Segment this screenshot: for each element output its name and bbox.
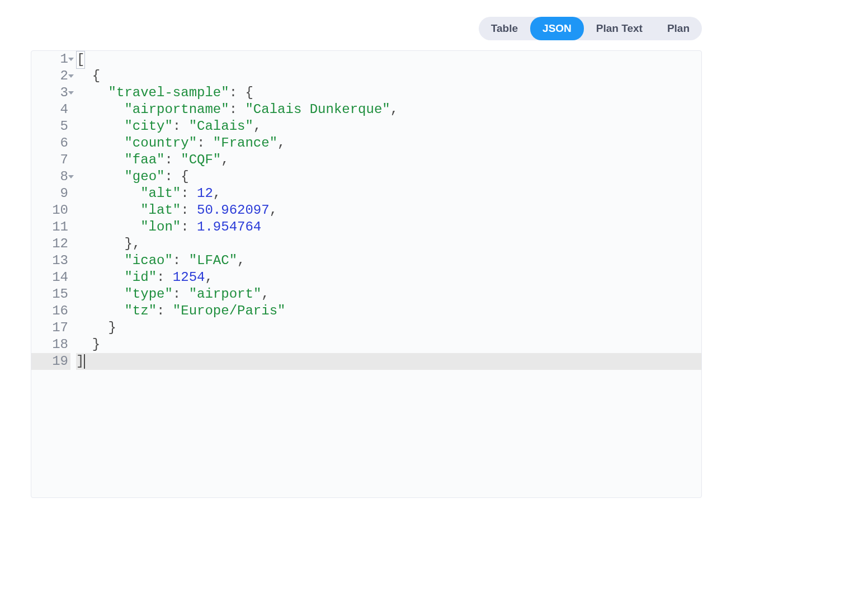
line-number: 1 xyxy=(31,51,70,68)
code-line[interactable]: } xyxy=(76,319,701,336)
token-punct: : xyxy=(164,152,181,167)
token-punct: : xyxy=(229,102,246,117)
token-punct: , xyxy=(261,286,269,302)
token-str: "France" xyxy=(213,135,277,151)
tab-plan[interactable]: Plan xyxy=(655,17,702,40)
code-line[interactable]: { xyxy=(76,68,701,84)
line-number: 12 xyxy=(31,236,70,252)
token-punct: : xyxy=(173,286,189,302)
token-key: "travel-sample" xyxy=(108,85,229,100)
line-number: 9 xyxy=(31,185,70,202)
token-key: "id" xyxy=(124,270,157,285)
token-key: "country" xyxy=(124,135,197,151)
line-number: 18 xyxy=(31,336,70,353)
token-punct: : xyxy=(197,135,213,151)
tab-group: Table JSON Plan Text Plan xyxy=(479,17,702,40)
token-num: 1254 xyxy=(173,270,205,285)
token-punct: , xyxy=(390,102,398,117)
token-punct: , xyxy=(213,186,221,201)
code-area[interactable]: [ { "travel-sample": { "airportname": "C… xyxy=(76,51,701,497)
code-line[interactable]: [ xyxy=(76,51,701,68)
token-num: 12 xyxy=(197,186,213,201)
token-punct: , xyxy=(237,253,245,268)
token-punct: : xyxy=(181,203,197,218)
token-punct: : xyxy=(181,186,197,201)
code-line[interactable]: "lat": 50.962097, xyxy=(76,202,701,219)
code-line[interactable]: "icao": "LFAC", xyxy=(76,252,701,269)
token-key: "tz" xyxy=(124,303,157,318)
token-punct: , xyxy=(205,270,213,285)
token-str: "airport" xyxy=(189,286,262,302)
token-punct: { xyxy=(245,85,253,100)
line-number: 5 xyxy=(31,118,70,135)
code-line[interactable]: "id": 1254, xyxy=(76,269,701,286)
line-number: 2 xyxy=(31,68,70,84)
line-number: 15 xyxy=(31,286,70,303)
view-tabs: Table JSON Plan Text Plan xyxy=(31,17,702,40)
tab-plan-text[interactable]: Plan Text xyxy=(584,17,655,40)
token-punct: : xyxy=(173,253,189,268)
token-str: "Calais Dunkerque" xyxy=(245,102,390,117)
line-number: 14 xyxy=(31,269,70,286)
token-punct: , xyxy=(253,119,261,134)
code-line[interactable]: "city": "Calais", xyxy=(76,118,701,135)
token-num: 50.962097 xyxy=(197,203,270,218)
token-key: "type" xyxy=(124,286,172,302)
token-key: "geo" xyxy=(124,169,164,184)
token-punct: : xyxy=(229,85,246,100)
code-line[interactable]: "country": "France", xyxy=(76,135,701,152)
token-str: "Europe/Paris" xyxy=(173,303,286,318)
token-punct: { xyxy=(181,169,188,184)
code-line[interactable]: "travel-sample": { xyxy=(76,84,701,101)
token-punct: } xyxy=(108,320,116,335)
token-punct: { xyxy=(92,68,100,83)
code-line[interactable]: "alt": 12, xyxy=(76,185,701,202)
line-number: 6 xyxy=(31,135,70,152)
token-punct: : xyxy=(157,270,173,285)
token-key: "alt" xyxy=(140,186,181,201)
code-line[interactable]: "type": "airport", xyxy=(76,286,701,303)
code-editor[interactable]: 12345678910111213141516171819 [ { "trave… xyxy=(31,50,702,498)
line-number: 10 xyxy=(31,202,70,219)
code-line[interactable]: "tz": "Europe/Paris" xyxy=(76,303,701,319)
token-str: "LFAC" xyxy=(189,253,237,268)
token-punct: , xyxy=(270,203,277,218)
token-key: "lon" xyxy=(140,219,181,234)
token-punct: } xyxy=(92,337,100,352)
line-number: 3 xyxy=(31,84,70,101)
token-num: 1.954764 xyxy=(197,219,261,234)
token-punct: , xyxy=(221,152,229,167)
code-line[interactable]: ] xyxy=(76,353,701,370)
cursor xyxy=(84,354,85,369)
token-key: "icao" xyxy=(124,253,172,268)
line-number: 19 xyxy=(31,353,70,370)
code-line[interactable]: "lon": 1.954764 xyxy=(76,219,701,236)
token-key: "city" xyxy=(124,119,172,134)
code-line[interactable]: } xyxy=(76,336,701,353)
token-punct: [ xyxy=(76,51,85,69)
gutter: 12345678910111213141516171819 xyxy=(31,51,76,497)
line-number: 13 xyxy=(31,252,70,269)
line-number: 16 xyxy=(31,303,70,319)
code-line[interactable]: }, xyxy=(76,236,701,252)
tab-table[interactable]: Table xyxy=(479,17,530,40)
token-punct: : xyxy=(157,303,173,318)
token-punct: : xyxy=(164,169,181,184)
token-str: "CQF" xyxy=(181,152,221,167)
token-punct: }, xyxy=(124,236,140,251)
code-line[interactable]: "geo": { xyxy=(76,168,701,185)
token-str: "Calais" xyxy=(189,119,253,134)
line-number: 11 xyxy=(31,219,70,236)
line-number: 8 xyxy=(31,168,70,185)
token-key: "airportname" xyxy=(124,102,229,117)
token-punct: : xyxy=(173,119,189,134)
tab-json[interactable]: JSON xyxy=(530,17,584,40)
code-line[interactable]: "airportname": "Calais Dunkerque", xyxy=(76,101,701,118)
line-number: 7 xyxy=(31,152,70,168)
line-number: 4 xyxy=(31,101,70,118)
token-key: "faa" xyxy=(124,152,164,167)
code-line[interactable]: "faa": "CQF", xyxy=(76,152,701,168)
token-punct: , xyxy=(277,135,285,151)
line-number: 17 xyxy=(31,319,70,336)
token-punct: ] xyxy=(76,354,84,369)
